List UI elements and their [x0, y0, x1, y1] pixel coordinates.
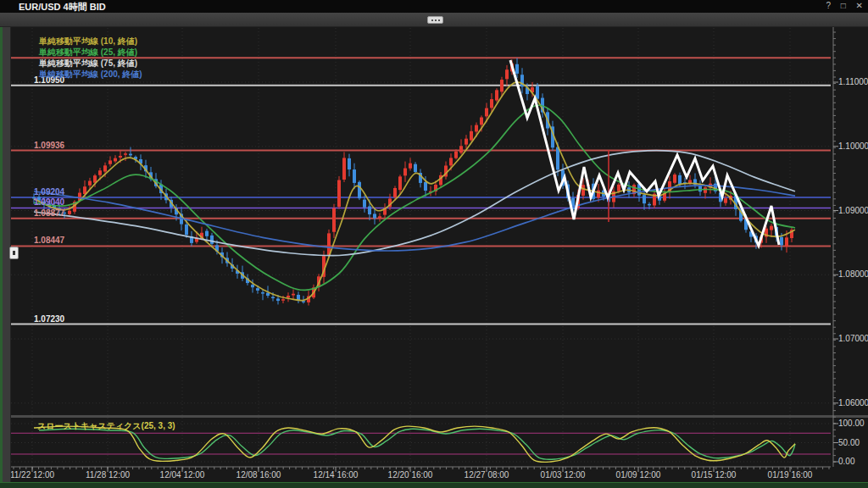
candle	[597, 191, 600, 198]
candle	[414, 164, 417, 172]
candle	[449, 158, 453, 165]
candle	[129, 154, 132, 156]
title-bar[interactable]: EUR/USD 4時間 BID ? □ ✕	[0, 0, 868, 13]
candle	[119, 156, 122, 158]
candle	[185, 225, 188, 235]
candle	[337, 180, 341, 208]
chart-window: 1.109501.099361.092041.090401.088771.084…	[0, 0, 868, 488]
candle	[358, 182, 361, 198]
candle	[353, 169, 356, 183]
candle	[124, 153, 127, 155]
candle	[648, 204, 651, 206]
candle	[643, 195, 646, 203]
candle	[32, 197, 36, 199]
candle	[68, 211, 71, 214]
candle	[205, 231, 209, 236]
candles-layer	[32, 58, 793, 306]
candle	[88, 181, 92, 186]
candle	[485, 108, 488, 117]
candle	[673, 175, 676, 183]
candle	[114, 158, 117, 162]
candle	[210, 236, 214, 244]
candle	[785, 237, 788, 247]
candle	[251, 285, 254, 287]
candle	[378, 216, 381, 218]
candle	[490, 99, 493, 108]
candle	[368, 207, 371, 215]
panel-collapse-handle[interactable]	[427, 16, 443, 24]
candle	[770, 226, 773, 230]
candle	[342, 158, 346, 180]
candle	[500, 80, 504, 92]
help-button[interactable]: ?	[826, 1, 831, 10]
maximize-button[interactable]: □	[841, 1, 846, 10]
panel-separator[interactable]	[11, 415, 868, 418]
left-rail-handle[interactable]	[9, 247, 19, 259]
candle	[409, 164, 412, 169]
close-button[interactable]: ✕	[856, 1, 863, 10]
window-controls: ? □ ✕	[818, 1, 863, 10]
stoch-k-line	[34, 426, 795, 462]
candle	[363, 200, 366, 208]
moving-averages	[34, 82, 795, 301]
candle	[271, 297, 275, 298]
candle	[403, 169, 407, 176]
candle	[281, 299, 285, 301]
candle	[480, 118, 483, 125]
candle	[617, 185, 620, 191]
candle	[98, 170, 102, 175]
candle	[678, 175, 682, 185]
candle	[515, 64, 519, 74]
candle	[505, 69, 509, 79]
candle	[459, 146, 463, 152]
window-title: EUR/USD 4時間 BID	[19, 1, 106, 14]
candle	[556, 147, 559, 170]
candle	[704, 187, 707, 193]
candle	[495, 90, 498, 100]
candle	[292, 294, 295, 296]
price-chart[interactable]	[0, 0, 868, 488]
candle	[398, 176, 402, 190]
candle	[108, 160, 112, 164]
candle	[470, 131, 473, 141]
stochastic-panel[interactable]	[11, 426, 831, 462]
candle	[424, 182, 427, 191]
candle	[261, 292, 264, 294]
candle	[287, 296, 290, 297]
candle	[276, 299, 280, 302]
candle	[256, 288, 259, 291]
candle	[465, 139, 468, 145]
candle	[373, 214, 376, 218]
candle	[780, 237, 783, 246]
candle	[348, 158, 351, 169]
candle	[332, 208, 336, 232]
candle	[103, 165, 107, 171]
candle	[454, 152, 458, 158]
candle	[63, 213, 66, 214]
toolbar	[0, 13, 868, 27]
candle	[536, 86, 539, 99]
candle	[724, 198, 727, 202]
candle	[302, 301, 305, 302]
window-bottom-border	[0, 482, 868, 488]
level-lines	[11, 58, 831, 324]
candle	[475, 125, 478, 132]
candle	[393, 188, 397, 197]
candle	[581, 185, 585, 196]
